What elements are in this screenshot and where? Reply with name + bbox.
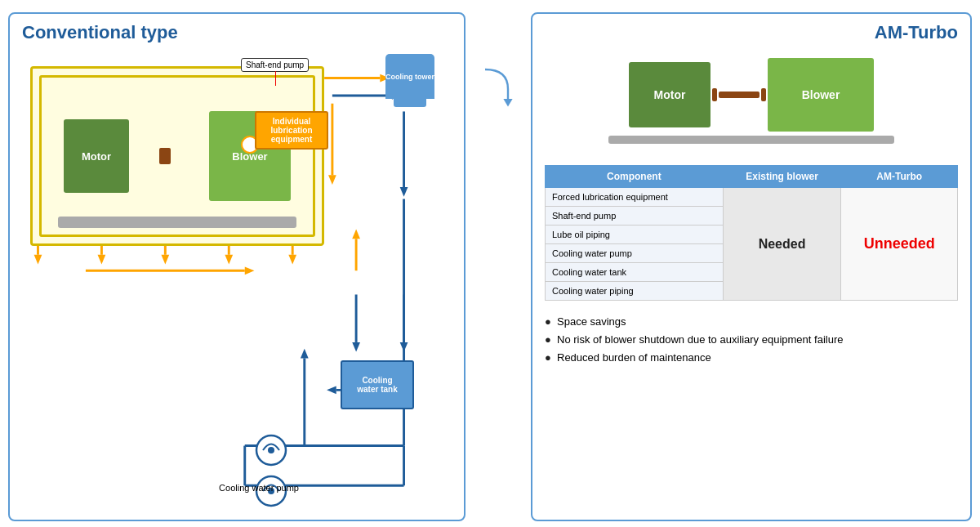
lub-box: Individuallubricationequipment (255, 111, 328, 150)
svg-marker-32 (352, 342, 360, 352)
svg-marker-30 (327, 386, 336, 395)
arrow-connector-container (482, 12, 514, 521)
svg-marker-40 (400, 342, 408, 352)
th-am: AM-Turbo (841, 166, 958, 188)
left-panel: Conventional type (8, 12, 466, 521)
table-row-component-2: Lube oil piping (546, 226, 724, 244)
am-machine-row: Motor Blower (629, 58, 874, 132)
am-blower: Blower (768, 58, 874, 132)
svg-marker-46 (503, 99, 512, 107)
unneeded-cell: Unneeded (841, 188, 958, 301)
cooling-tower-label: Cooling tower (385, 73, 434, 81)
coupling-left (159, 148, 171, 164)
svg-marker-7 (328, 175, 336, 185)
diagram-area: Motor Blower Individuallubricationequipm… (22, 50, 452, 507)
am-base-plate (608, 136, 894, 144)
svg-marker-11 (98, 255, 106, 265)
svg-marker-21 (352, 230, 360, 239)
water-tank: Coolingwater tank (341, 360, 414, 409)
th-existing: Existing blower (723, 166, 841, 188)
am-shaft (719, 92, 760, 98)
am-coupling-left (712, 88, 717, 101)
am-coupling-right (761, 88, 766, 101)
machine-inner: Motor Blower (39, 75, 315, 237)
right-panel: AM-Turbo Motor Blower Component Existing… (531, 12, 972, 521)
table-row-component-4: Cooling water tank (546, 263, 724, 282)
am-diagram: Motor Blower (545, 51, 958, 150)
svg-marker-17 (288, 255, 296, 265)
benefits-list: Space savingsNo risk of blower shutdown … (545, 313, 958, 367)
right-panel-title: AM-Turbo (545, 22, 958, 43)
left-panel-title: Conventional type (22, 22, 452, 43)
am-base: Motor Blower (608, 58, 894, 144)
th-component: Component (546, 166, 724, 188)
svg-marker-13 (161, 255, 169, 265)
table-row-component-0: Forced lubrication equipment (546, 188, 724, 207)
table-row-component-3: Cooling water pump (546, 244, 724, 263)
motor-block: Motor (64, 119, 129, 193)
benefit-item-1: No risk of blower shutdown due to auxili… (545, 331, 958, 349)
tower-body: Cooling tower (385, 54, 434, 99)
svg-marker-34 (301, 349, 309, 359)
am-motor: Motor (629, 62, 710, 127)
pump-icon-1 (251, 430, 292, 471)
svg-marker-23 (400, 187, 408, 197)
pump-label: Cooling water pump (210, 483, 308, 493)
benefit-item-0: Space savings (545, 313, 958, 331)
machine-frame: Motor Blower (30, 66, 324, 246)
svg-marker-15 (225, 255, 233, 265)
benefit-item-2: Reduced burden of maintenance (545, 349, 958, 367)
svg-point-43 (268, 447, 274, 453)
svg-marker-9 (34, 255, 42, 265)
table-row-component-1: Shaft-end pump (546, 207, 724, 226)
table-row-component-5: Cooling water piping (546, 282, 724, 301)
water-tank-label: Coolingwater tank (357, 376, 397, 394)
base-plate (58, 217, 296, 228)
comparison-table: Component Existing blower AM-Turbo Force… (545, 165, 958, 301)
shaft-label: Shaft-end pump (241, 58, 309, 72)
tower-base (394, 99, 426, 107)
connector-arrow (482, 61, 514, 110)
needed-cell: Needed (723, 188, 841, 301)
main-container: Conventional type (8, 12, 972, 521)
cooling-tower: Cooling tower (381, 54, 439, 107)
svg-marker-19 (245, 266, 255, 275)
